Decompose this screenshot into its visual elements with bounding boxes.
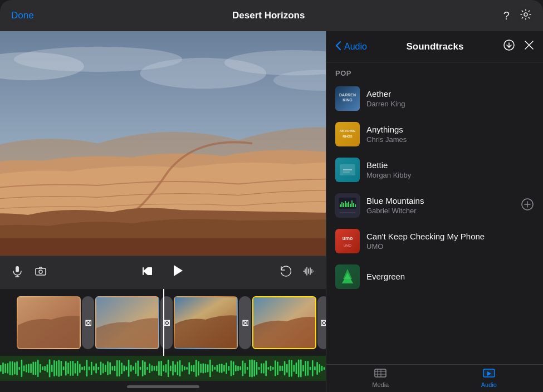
timeline-clip[interactable] (252, 296, 316, 349)
svg-rect-97 (156, 366, 158, 371)
svg-rect-107 (179, 360, 181, 376)
svg-rect-129 (231, 360, 232, 376)
svg-rect-46 (37, 360, 39, 377)
svg-rect-151 (282, 366, 283, 371)
list-item[interactable]: AKT:HING RHOS Anythings Chris James (326, 116, 543, 152)
svg-rect-177 (335, 122, 360, 146)
audio-waveform (0, 356, 326, 381)
svg-rect-117 (203, 364, 204, 374)
svg-marker-16 (174, 265, 183, 276)
svg-rect-164 (312, 360, 314, 376)
svg-rect-31 (2, 362, 4, 374)
svg-rect-169 (324, 367, 325, 370)
soundtrack-info: Bettie Morgan Kibby (366, 160, 534, 179)
timeline-clip[interactable] (174, 296, 238, 349)
download-icon[interactable] (503, 39, 515, 54)
svg-rect-186 (340, 204, 341, 207)
right-panel: Audio Soundtracks (326, 31, 543, 392)
svg-rect-69 (91, 362, 92, 375)
svg-rect-76 (107, 361, 109, 375)
svg-rect-98 (158, 361, 160, 376)
tab-media[interactable]: Media (326, 365, 435, 392)
svg-rect-125 (221, 364, 223, 373)
media-tab-icon (374, 369, 387, 380)
svg-rect-80 (116, 360, 118, 376)
svg-rect-52 (51, 365, 53, 372)
track-name: Blue Mountains (366, 196, 521, 205)
controls-center (141, 263, 185, 282)
list-item[interactable]: umo UMO Can't Keep Checking My Phone UMO (326, 223, 543, 259)
help-icon[interactable]: ? (503, 9, 510, 22)
track-name: Bettie (366, 160, 534, 170)
add-track-button[interactable] (521, 198, 534, 214)
timeline-clip[interactable] (17, 296, 81, 349)
svg-rect-38 (18, 367, 20, 370)
waveform-button[interactable] (302, 265, 315, 281)
list-item[interactable]: Bettie Morgan Kibby (326, 152, 543, 188)
list-item[interactable]: Blue Mountains Gabriel Witcher (326, 188, 543, 223)
back-to-audio[interactable]: Audio (335, 41, 367, 52)
clip-transition[interactable]: ⊠ (239, 296, 251, 349)
svg-rect-191 (348, 202, 349, 207)
track-artist: Morgan Kibby (366, 171, 534, 179)
soundtrack-info: Aether Darren King (366, 89, 534, 108)
microphone-button[interactable] (11, 265, 23, 281)
section-pop: POP (326, 62, 543, 81)
svg-rect-95 (151, 365, 153, 371)
svg-rect-146 (270, 366, 272, 371)
svg-rect-157 (296, 362, 297, 374)
svg-rect-167 (319, 364, 320, 373)
svg-rect-67 (86, 360, 88, 377)
svg-rect-7 (0, 238, 326, 256)
svg-rect-8 (16, 266, 19, 272)
svg-rect-128 (228, 366, 230, 371)
svg-rect-161 (305, 361, 306, 376)
close-icon[interactable] (524, 40, 534, 53)
svg-rect-39 (21, 360, 23, 377)
svg-rect-147 (272, 367, 274, 370)
timeline-clip[interactable] (95, 296, 159, 349)
svg-rect-121 (212, 365, 213, 371)
clip-transition[interactable]: ⊠ (82, 296, 94, 349)
project-title: Desert Horizons (232, 10, 305, 21)
svg-rect-37 (16, 361, 18, 375)
header-icons: ? (503, 8, 532, 23)
svg-rect-187 (341, 202, 343, 207)
svg-rect-165 (314, 366, 316, 370)
svg-rect-143 (263, 363, 265, 374)
svg-rect-53 (53, 360, 55, 376)
list-item[interactable]: Evergreen (326, 259, 543, 295)
svg-rect-87 (133, 366, 134, 370)
svg-rect-141 (258, 367, 260, 370)
svg-rect-120 (209, 360, 211, 378)
svg-rect-109 (184, 366, 185, 370)
svg-rect-77 (109, 362, 111, 375)
done-button[interactable]: Done (11, 10, 34, 21)
clip-transition[interactable]: ⊠ (160, 296, 173, 349)
svg-rect-135 (244, 363, 246, 374)
camera-button[interactable] (35, 265, 47, 281)
svg-rect-58 (65, 361, 67, 376)
skip-back-button[interactable] (141, 265, 154, 281)
svg-rect-111 (188, 362, 190, 375)
svg-rect-105 (174, 365, 176, 373)
artwork-evergreen (335, 264, 360, 289)
svg-rect-114 (195, 360, 197, 377)
svg-rect-64 (79, 364, 81, 373)
svg-rect-155 (291, 360, 292, 377)
svg-rect-50 (47, 364, 48, 372)
clip-transition[interactable]: ⊠ (317, 296, 326, 349)
svg-text:AKT:HING: AKT:HING (340, 129, 356, 133)
list-item[interactable]: DARREN KING Aether Darren King (326, 81, 543, 116)
track-artist: Gabriel Witcher (366, 207, 521, 215)
svg-rect-44 (33, 362, 35, 375)
settings-icon[interactable] (520, 8, 532, 23)
play-button[interactable] (169, 263, 185, 282)
svg-rect-102 (168, 360, 169, 377)
soundtracks-header: Audio Soundtracks (326, 31, 543, 62)
tab-audio[interactable]: Audio (435, 365, 544, 392)
svg-rect-33 (7, 363, 9, 374)
svg-rect-118 (205, 364, 207, 373)
undo-button[interactable] (279, 265, 291, 281)
svg-rect-60 (70, 361, 71, 376)
